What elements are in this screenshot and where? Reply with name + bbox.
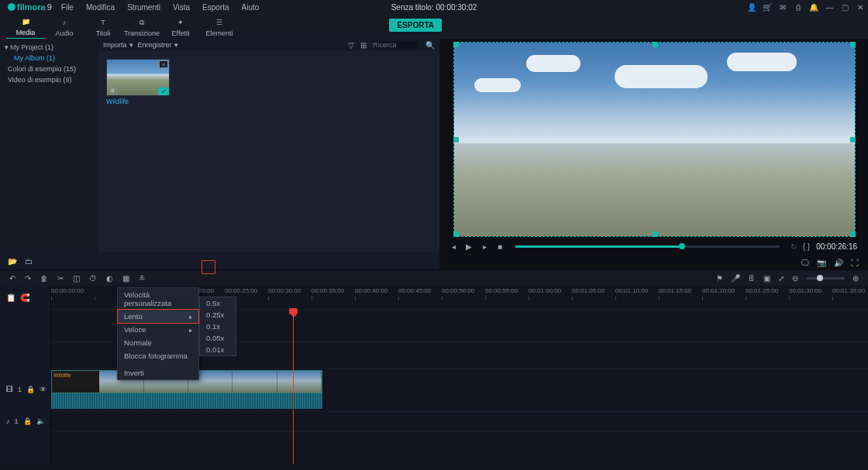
playhead[interactable]	[293, 309, 294, 464]
speed-menu-custom[interactable]: Velocità personalizzata	[118, 288, 198, 310]
speed-sub-1[interactable]: 0.25x	[200, 309, 236, 321]
menu-help[interactable]: Aiuto	[237, 2, 264, 13]
speed-menu-slow[interactable]: Lento	[117, 309, 199, 324]
tree-colors[interactable]: Colori di esempio (15)	[0, 63, 98, 74]
tree-album[interactable]: My Album (1)	[0, 53, 98, 63]
tab-audio[interactable]: ♪ Audio	[45, 15, 84, 39]
mixer-icon[interactable]: ≚	[139, 274, 145, 283]
new-folder-icon[interactable]: 📂	[8, 257, 17, 266]
resize-handle-n[interactable]	[653, 42, 658, 47]
filter-icon[interactable]: ▽	[348, 41, 354, 50]
speed-icon[interactable]: ⏱	[89, 274, 97, 283]
speed-menu-reverse[interactable]: Inverti	[118, 366, 198, 379]
next-frame-icon[interactable]: ▸	[480, 242, 489, 251]
menu-export[interactable]: Esporta	[198, 2, 233, 13]
bracket-icon[interactable]: { }	[803, 242, 810, 251]
tab-elements[interactable]: ☰ Elementi	[200, 15, 239, 39]
resize-handle-nw[interactable]	[453, 42, 459, 47]
resize-handle-ne[interactable]	[850, 42, 856, 47]
menu-tools[interactable]: Strumenti	[122, 2, 165, 13]
import-dropdown[interactable]: Importa ▾	[103, 41, 133, 49]
screenshot-icon[interactable]: 🖵	[801, 259, 809, 267]
redo-icon[interactable]: ↷	[25, 274, 31, 283]
eye-icon[interactable]: 👁	[40, 386, 46, 393]
speed-menu-normal[interactable]: Normale	[118, 336, 198, 349]
tab-titles[interactable]: T Titoli	[84, 15, 122, 39]
search-input[interactable]	[373, 41, 419, 49]
waveform	[51, 393, 322, 409]
zoom-in-icon[interactable]: ⊕	[852, 274, 859, 283]
playhead-head[interactable]	[289, 308, 298, 314]
greenscreen-icon[interactable]: ▦	[122, 274, 129, 283]
menu-edit[interactable]: Modifica	[81, 2, 119, 13]
view-grid-icon[interactable]: ⊞	[360, 41, 367, 50]
speed-sub-3[interactable]: 0.05x	[200, 332, 236, 344]
tree-videos[interactable]: Video di esempio (9)	[0, 74, 98, 85]
speed-menu-freeze[interactable]: Blocca fotogramma	[118, 349, 198, 362]
speed-sub-4[interactable]: 0.01x	[200, 344, 236, 355]
bell-icon[interactable]: 🔔	[809, 2, 818, 12]
mic-icon[interactable]: 🎤	[731, 274, 740, 283]
speed-menu-fast[interactable]: Veloce	[118, 323, 198, 336]
delete-icon[interactable]: 🗑	[40, 274, 48, 283]
color-icon[interactable]: ◐	[106, 274, 113, 283]
speed-sub-2[interactable]: 0.1x	[200, 321, 236, 332]
notify-icon[interactable]: ⎙	[794, 2, 803, 12]
zoom-knob[interactable]	[817, 275, 823, 281]
zoom-slider[interactable]	[806, 277, 845, 280]
split-icon[interactable]: ✂	[57, 274, 64, 283]
maximize-icon[interactable]: ▢	[840, 2, 849, 12]
undo-icon[interactable]: ↶	[9, 274, 16, 283]
menu-file[interactable]: File	[57, 2, 78, 13]
zoom-fit-icon[interactable]: ⤢	[778, 274, 784, 283]
import-folder-icon[interactable]: 🗀	[25, 257, 33, 266]
audio-waveform-clip[interactable]	[51, 393, 322, 409]
audio-track-head: ♪ 1 🔒 🔈	[0, 411, 51, 431]
camera-icon[interactable]: 📷	[817, 259, 826, 267]
search-icon[interactable]: 🔍	[425, 41, 435, 50]
render-icon[interactable]: ▣	[763, 274, 770, 283]
magnet-icon[interactable]: 🧲	[20, 293, 29, 302]
lock-icon[interactable]: 🔒	[26, 386, 35, 393]
message-icon[interactable]: ✉	[778, 2, 787, 12]
user-icon[interactable]: 👤	[747, 2, 756, 12]
crop-icon[interactable]: ◫	[73, 274, 80, 283]
chevron-down-icon: ▾	[129, 41, 133, 49]
export-button[interactable]: ESPORTA	[389, 19, 442, 32]
marker-icon[interactable]: ⚑	[716, 274, 723, 283]
zoom-out-icon[interactable]: ⊖	[792, 274, 798, 283]
progress-knob[interactable]	[679, 243, 685, 249]
mute-icon[interactable]: 🔈	[36, 417, 45, 425]
resize-handle-e[interactable]	[850, 137, 856, 142]
preview-progress[interactable]	[515, 245, 780, 248]
media-item-label: Wildlife	[106, 96, 170, 105]
resize-handle-w[interactable]	[453, 137, 459, 142]
resize-handle-se[interactable]	[850, 232, 856, 237]
resize-handle-sw[interactable]	[453, 232, 459, 237]
resize-handle-s[interactable]	[653, 232, 658, 237]
cart-icon[interactable]: 🛒	[763, 2, 772, 12]
close-icon[interactable]: ✕	[856, 2, 865, 12]
fullscreen-icon[interactable]: ⛶	[851, 259, 859, 267]
volume-icon[interactable]: 🔊	[834, 259, 843, 267]
preview-frame[interactable]	[453, 42, 856, 237]
prev-frame-icon[interactable]: ◂	[449, 242, 458, 251]
minimize-icon[interactable]: —	[825, 2, 834, 12]
audio-track-body[interactable]	[51, 411, 868, 431]
play-icon[interactable]: ▶	[464, 242, 474, 251]
lock-icon[interactable]: 🔒	[23, 417, 32, 425]
tab-media[interactable]: 📁 Media	[6, 15, 45, 39]
stop-icon[interactable]: ■	[495, 242, 505, 251]
media-item[interactable]: ≡ ▣ ✓ Wildlife	[106, 59, 170, 245]
media-grid: Importa ▾ Enregistrer ▾ ▽ ⊞ 🔍	[98, 39, 439, 252]
audio-mixer-icon[interactable]: 🎚	[748, 274, 756, 283]
tab-transition[interactable]: ⧉ Transizione	[122, 15, 161, 39]
menu-view[interactable]: Vista	[168, 2, 195, 13]
loop-icon[interactable]: ↻	[790, 242, 797, 251]
tab-effects[interactable]: ✦ Effetti	[161, 15, 200, 39]
save-dropdown[interactable]: Enregistrer ▾	[138, 41, 178, 49]
tree-project[interactable]: ▾ My Project (1)	[0, 42, 98, 53]
speed-sub-0[interactable]: 0.5x	[200, 297, 236, 309]
clipboard-icon[interactable]: 📋	[6, 293, 16, 302]
tab-elements-label: Elementi	[205, 29, 232, 37]
